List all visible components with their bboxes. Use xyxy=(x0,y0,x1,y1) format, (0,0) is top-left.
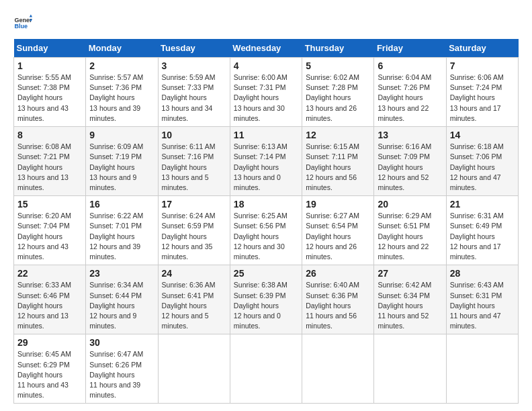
day-number: 24 xyxy=(162,268,226,279)
day-number: 29 xyxy=(17,337,82,348)
day-detail: Sunrise: 6:27 AMSunset: 6:54 PMDaylight … xyxy=(306,211,370,262)
calendar-cell: 7 Sunrise: 6:06 AMSunset: 7:24 PMDayligh… xyxy=(446,58,518,127)
day-detail: Sunrise: 6:20 AMSunset: 7:04 PMDaylight … xyxy=(17,211,82,262)
day-number: 6 xyxy=(378,60,442,71)
day-detail: Sunrise: 6:47 AMSunset: 6:26 PMDaylight … xyxy=(89,349,154,400)
calendar-week-row: 1 Sunrise: 5:55 AMSunset: 7:38 PMDayligh… xyxy=(14,58,519,127)
col-header-tuesday: Tuesday xyxy=(158,39,230,58)
calendar-week-row: 29 Sunrise: 6:45 AMSunset: 6:29 PMDaylig… xyxy=(14,334,519,404)
day-number: 26 xyxy=(306,268,370,279)
day-number: 30 xyxy=(89,337,154,348)
calendar-cell: 23 Sunrise: 6:34 AMSunset: 6:44 PMDaylig… xyxy=(86,265,158,334)
day-number: 12 xyxy=(306,130,370,140)
day-number: 16 xyxy=(89,199,154,210)
day-detail: Sunrise: 6:40 AMSunset: 6:36 PMDaylight … xyxy=(306,280,370,331)
calendar-cell: 27 Sunrise: 6:42 AMSunset: 6:34 PMDaylig… xyxy=(374,265,446,334)
day-detail: Sunrise: 5:59 AMSunset: 7:33 PMDaylight … xyxy=(162,73,226,124)
calendar-cell: 21 Sunrise: 6:31 AMSunset: 6:49 PMDaylig… xyxy=(446,196,518,265)
calendar-cell: 20 Sunrise: 6:29 AMSunset: 6:51 PMDaylig… xyxy=(374,196,446,265)
day-detail: Sunrise: 6:22 AMSunset: 7:01 PMDaylight … xyxy=(89,211,154,262)
col-header-friday: Friday xyxy=(374,39,446,58)
day-detail: Sunrise: 6:02 AMSunset: 7:28 PMDaylight … xyxy=(306,73,370,124)
day-detail: Sunrise: 6:09 AMSunset: 7:19 PMDaylight … xyxy=(89,142,154,193)
day-number: 18 xyxy=(234,199,298,210)
calendar-cell xyxy=(302,334,374,404)
col-header-wednesday: Wednesday xyxy=(230,39,302,58)
col-header-thursday: Thursday xyxy=(302,39,374,58)
day-number: 1 xyxy=(17,60,82,71)
calendar-cell: 19 Sunrise: 6:27 AMSunset: 6:54 PMDaylig… xyxy=(302,196,374,265)
day-detail: Sunrise: 6:36 AMSunset: 6:41 PMDaylight … xyxy=(162,280,226,331)
calendar-cell xyxy=(158,334,230,404)
calendar-cell: 30 Sunrise: 6:47 AMSunset: 6:26 PMDaylig… xyxy=(86,334,158,404)
day-number: 11 xyxy=(234,130,298,140)
day-number: 13 xyxy=(378,130,442,140)
col-header-sunday: Sunday xyxy=(14,39,86,58)
svg-text:General: General xyxy=(14,17,32,24)
calendar-cell: 9 Sunrise: 6:09 AMSunset: 7:19 PMDayligh… xyxy=(86,127,158,196)
calendar-cell: 17 Sunrise: 6:24 AMSunset: 6:59 PMDaylig… xyxy=(158,196,230,265)
day-number: 28 xyxy=(450,268,515,279)
day-number: 2 xyxy=(89,60,154,71)
day-detail: Sunrise: 6:24 AMSunset: 6:59 PMDaylight … xyxy=(162,211,226,262)
calendar-cell xyxy=(374,334,446,404)
calendar-table: SundayMondayTuesdayWednesdayThursdayFrid… xyxy=(13,39,519,404)
day-number: 22 xyxy=(17,268,82,279)
calendar-cell xyxy=(446,334,518,404)
day-detail: Sunrise: 6:16 AMSunset: 7:09 PMDaylight … xyxy=(378,142,442,193)
calendar-cell: 8 Sunrise: 6:08 AMSunset: 7:21 PMDayligh… xyxy=(14,127,86,196)
calendar-cell: 26 Sunrise: 6:40 AMSunset: 6:36 PMDaylig… xyxy=(302,265,374,334)
day-detail: Sunrise: 6:31 AMSunset: 6:49 PMDaylight … xyxy=(450,211,515,262)
day-number: 27 xyxy=(378,268,442,279)
calendar-cell: 14 Sunrise: 6:18 AMSunset: 7:06 PMDaylig… xyxy=(446,127,518,196)
calendar-cell: 13 Sunrise: 6:16 AMSunset: 7:09 PMDaylig… xyxy=(374,127,446,196)
calendar-week-row: 15 Sunrise: 6:20 AMSunset: 7:04 PMDaylig… xyxy=(14,196,519,265)
day-number: 4 xyxy=(234,60,298,71)
day-number: 19 xyxy=(306,199,370,210)
day-number: 17 xyxy=(162,199,226,210)
day-detail: Sunrise: 6:13 AMSunset: 7:14 PMDaylight … xyxy=(234,142,298,193)
day-number: 3 xyxy=(162,60,226,71)
svg-text:Blue: Blue xyxy=(14,23,28,30)
day-number: 25 xyxy=(234,268,298,279)
day-detail: Sunrise: 6:45 AMSunset: 6:29 PMDaylight … xyxy=(17,349,82,400)
col-header-monday: Monday xyxy=(86,39,158,58)
day-number: 10 xyxy=(162,130,226,140)
day-detail: Sunrise: 6:42 AMSunset: 6:34 PMDaylight … xyxy=(378,280,442,331)
calendar-cell: 10 Sunrise: 6:11 AMSunset: 7:16 PMDaylig… xyxy=(158,127,230,196)
calendar-cell: 12 Sunrise: 6:15 AMSunset: 7:11 PMDaylig… xyxy=(302,127,374,196)
calendar-header-row: SundayMondayTuesdayWednesdayThursdayFrid… xyxy=(14,39,519,58)
day-detail: Sunrise: 6:33 AMSunset: 6:46 PMDaylight … xyxy=(17,280,82,331)
day-detail: Sunrise: 6:00 AMSunset: 7:31 PMDaylight … xyxy=(234,73,298,124)
calendar-cell: 2 Sunrise: 5:57 AMSunset: 7:36 PMDayligh… xyxy=(86,58,158,127)
day-detail: Sunrise: 6:04 AMSunset: 7:26 PMDaylight … xyxy=(378,73,442,124)
calendar-cell: 1 Sunrise: 5:55 AMSunset: 7:38 PMDayligh… xyxy=(14,58,86,127)
day-number: 20 xyxy=(378,199,442,210)
day-detail: Sunrise: 6:08 AMSunset: 7:21 PMDaylight … xyxy=(17,142,82,193)
day-number: 23 xyxy=(89,268,154,279)
calendar-cell: 15 Sunrise: 6:20 AMSunset: 7:04 PMDaylig… xyxy=(14,196,86,265)
svg-marker-2 xyxy=(30,14,32,17)
calendar-cell: 11 Sunrise: 6:13 AMSunset: 7:14 PMDaylig… xyxy=(230,127,302,196)
day-detail: Sunrise: 6:06 AMSunset: 7:24 PMDaylight … xyxy=(450,73,515,124)
day-number: 8 xyxy=(17,130,82,140)
calendar-week-row: 22 Sunrise: 6:33 AMSunset: 6:46 PMDaylig… xyxy=(14,265,519,334)
logo-icon: General Blue xyxy=(13,13,32,32)
day-number: 14 xyxy=(450,130,515,140)
day-detail: Sunrise: 6:15 AMSunset: 7:11 PMDaylight … xyxy=(306,142,370,193)
day-number: 15 xyxy=(17,199,82,210)
calendar-cell: 3 Sunrise: 5:59 AMSunset: 7:33 PMDayligh… xyxy=(158,58,230,127)
page-header: General Blue xyxy=(13,13,519,32)
logo: General Blue xyxy=(13,13,32,32)
calendar-cell: 24 Sunrise: 6:36 AMSunset: 6:41 PMDaylig… xyxy=(158,265,230,334)
day-detail: Sunrise: 6:18 AMSunset: 7:06 PMDaylight … xyxy=(450,142,515,193)
day-number: 9 xyxy=(89,130,154,140)
day-number: 5 xyxy=(306,60,370,71)
day-detail: Sunrise: 6:43 AMSunset: 6:31 PMDaylight … xyxy=(450,280,515,331)
calendar-cell: 5 Sunrise: 6:02 AMSunset: 7:28 PMDayligh… xyxy=(302,58,374,127)
day-detail: Sunrise: 6:25 AMSunset: 6:56 PMDaylight … xyxy=(234,211,298,262)
calendar-cell: 6 Sunrise: 6:04 AMSunset: 7:26 PMDayligh… xyxy=(374,58,446,127)
col-header-saturday: Saturday xyxy=(446,39,518,58)
calendar-cell: 28 Sunrise: 6:43 AMSunset: 6:31 PMDaylig… xyxy=(446,265,518,334)
day-detail: Sunrise: 5:55 AMSunset: 7:38 PMDaylight … xyxy=(17,73,82,124)
